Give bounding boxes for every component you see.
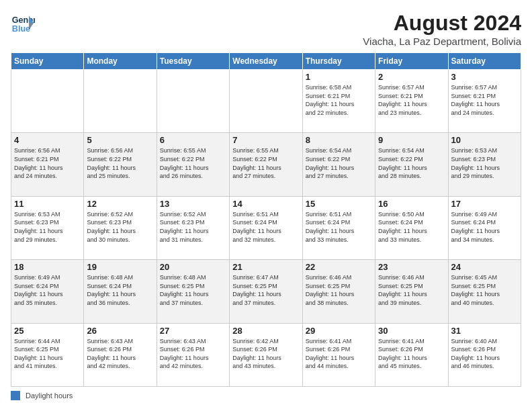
day-number: 21 bbox=[232, 262, 299, 272]
day-info: Sunrise: 6:42 AM Sunset: 6:26 PM Dayligh… bbox=[232, 337, 299, 371]
day-info: Sunrise: 6:41 AM Sunset: 6:26 PM Dayligh… bbox=[378, 337, 445, 371]
day-number: 2 bbox=[378, 72, 445, 82]
calendar-cell: 17Sunrise: 6:49 AM Sunset: 6:24 PM Dayli… bbox=[448, 196, 521, 259]
day-number: 22 bbox=[306, 262, 372, 272]
calendar-cell: 28Sunrise: 6:42 AM Sunset: 6:26 PM Dayli… bbox=[230, 323, 302, 386]
calendar-cell: 23Sunrise: 6:46 AM Sunset: 6:25 PM Dayli… bbox=[375, 260, 448, 323]
calendar-cell: 30Sunrise: 6:41 AM Sunset: 6:26 PM Dayli… bbox=[375, 323, 448, 386]
day-number: 5 bbox=[87, 135, 153, 145]
calendar-week-3: 11Sunrise: 6:53 AM Sunset: 6:23 PM Dayli… bbox=[11, 196, 521, 259]
day-number: 15 bbox=[306, 199, 372, 209]
weekday-header-row: SundayMondayTuesdayWednesdayThursdayFrid… bbox=[11, 53, 521, 70]
weekday-header-thursday: Thursday bbox=[302, 53, 375, 70]
weekday-header-saturday: Saturday bbox=[448, 53, 521, 70]
day-number: 25 bbox=[14, 326, 81, 336]
day-info: Sunrise: 6:50 AM Sunset: 6:24 PM Dayligh… bbox=[378, 210, 445, 244]
calendar-cell: 15Sunrise: 6:51 AM Sunset: 6:24 PM Dayli… bbox=[302, 196, 375, 259]
day-number: 3 bbox=[451, 72, 518, 82]
day-number: 31 bbox=[451, 326, 518, 336]
calendar-cell: 22Sunrise: 6:46 AM Sunset: 6:25 PM Dayli… bbox=[302, 260, 375, 323]
day-info: Sunrise: 6:44 AM Sunset: 6:25 PM Dayligh… bbox=[14, 337, 81, 371]
calendar-cell: 6Sunrise: 6:55 AM Sunset: 6:22 PM Daylig… bbox=[157, 133, 229, 196]
calendar-cell: 9Sunrise: 6:54 AM Sunset: 6:22 PM Daylig… bbox=[375, 133, 448, 196]
calendar-cell: 4Sunrise: 6:56 AM Sunset: 6:21 PM Daylig… bbox=[11, 133, 84, 196]
day-info: Sunrise: 6:55 AM Sunset: 6:22 PM Dayligh… bbox=[160, 146, 226, 180]
day-info: Sunrise: 6:54 AM Sunset: 6:22 PM Dayligh… bbox=[378, 146, 445, 180]
logo: General Blue bbox=[11, 11, 35, 35]
day-number: 8 bbox=[306, 135, 372, 145]
day-number: 26 bbox=[87, 326, 153, 336]
day-number: 17 bbox=[451, 199, 518, 209]
day-info: Sunrise: 6:58 AM Sunset: 6:21 PM Dayligh… bbox=[306, 83, 372, 117]
day-info: Sunrise: 6:53 AM Sunset: 6:23 PM Dayligh… bbox=[14, 210, 81, 244]
calendar-cell: 5Sunrise: 6:56 AM Sunset: 6:22 PM Daylig… bbox=[84, 133, 157, 196]
calendar-cell: 27Sunrise: 6:43 AM Sunset: 6:26 PM Dayli… bbox=[157, 323, 229, 386]
day-number: 4 bbox=[14, 135, 81, 145]
day-number: 9 bbox=[378, 135, 445, 145]
logo-icon: General Blue bbox=[11, 11, 35, 35]
day-number: 6 bbox=[160, 135, 226, 145]
calendar-cell: 29Sunrise: 6:41 AM Sunset: 6:26 PM Dayli… bbox=[302, 323, 375, 386]
day-info: Sunrise: 6:41 AM Sunset: 6:26 PM Dayligh… bbox=[306, 337, 372, 371]
day-info: Sunrise: 6:51 AM Sunset: 6:24 PM Dayligh… bbox=[306, 210, 372, 244]
calendar-cell bbox=[84, 70, 157, 133]
weekday-header-wednesday: Wednesday bbox=[230, 53, 302, 70]
day-number: 27 bbox=[160, 326, 226, 336]
calendar-cell bbox=[230, 70, 302, 133]
calendar-cell: 13Sunrise: 6:52 AM Sunset: 6:23 PM Dayli… bbox=[157, 196, 229, 259]
day-info: Sunrise: 6:51 AM Sunset: 6:24 PM Dayligh… bbox=[232, 210, 299, 244]
day-number: 30 bbox=[378, 326, 445, 336]
day-info: Sunrise: 6:57 AM Sunset: 6:21 PM Dayligh… bbox=[378, 83, 445, 117]
day-info: Sunrise: 6:45 AM Sunset: 6:25 PM Dayligh… bbox=[451, 273, 518, 307]
day-info: Sunrise: 6:43 AM Sunset: 6:26 PM Dayligh… bbox=[160, 337, 226, 371]
calendar-cell: 16Sunrise: 6:50 AM Sunset: 6:24 PM Dayli… bbox=[375, 196, 448, 259]
calendar-cell: 25Sunrise: 6:44 AM Sunset: 6:25 PM Dayli… bbox=[11, 323, 84, 386]
day-info: Sunrise: 6:56 AM Sunset: 6:22 PM Dayligh… bbox=[87, 146, 153, 180]
calendar-cell: 10Sunrise: 6:53 AM Sunset: 6:23 PM Dayli… bbox=[448, 133, 521, 196]
day-info: Sunrise: 6:48 AM Sunset: 6:25 PM Dayligh… bbox=[160, 273, 226, 307]
day-info: Sunrise: 6:54 AM Sunset: 6:22 PM Dayligh… bbox=[306, 146, 372, 180]
day-number: 12 bbox=[87, 199, 153, 209]
day-info: Sunrise: 6:52 AM Sunset: 6:23 PM Dayligh… bbox=[160, 210, 226, 244]
calendar-cell: 24Sunrise: 6:45 AM Sunset: 6:25 PM Dayli… bbox=[448, 260, 521, 323]
day-info: Sunrise: 6:47 AM Sunset: 6:25 PM Dayligh… bbox=[232, 273, 299, 307]
weekday-header-sunday: Sunday bbox=[11, 53, 84, 70]
weekday-header-monday: Monday bbox=[84, 53, 157, 70]
day-number: 28 bbox=[232, 326, 299, 336]
page: General Blue August 2024 Viacha, La Paz … bbox=[0, 0, 532, 411]
calendar-cell: 7Sunrise: 6:55 AM Sunset: 6:22 PM Daylig… bbox=[230, 133, 302, 196]
main-title: August 2024 bbox=[363, 11, 521, 36]
day-number: 20 bbox=[160, 262, 226, 272]
day-number: 11 bbox=[14, 199, 81, 209]
day-info: Sunrise: 6:52 AM Sunset: 6:23 PM Dayligh… bbox=[87, 210, 153, 244]
day-info: Sunrise: 6:53 AM Sunset: 6:23 PM Dayligh… bbox=[451, 146, 518, 180]
day-info: Sunrise: 6:49 AM Sunset: 6:24 PM Dayligh… bbox=[451, 210, 518, 244]
weekday-header-friday: Friday bbox=[375, 53, 448, 70]
calendar-week-1: 1Sunrise: 6:58 AM Sunset: 6:21 PM Daylig… bbox=[11, 70, 521, 133]
day-info: Sunrise: 6:55 AM Sunset: 6:22 PM Dayligh… bbox=[232, 146, 299, 180]
calendar-cell bbox=[157, 70, 229, 133]
day-info: Sunrise: 6:43 AM Sunset: 6:26 PM Dayligh… bbox=[87, 337, 153, 371]
legend-label: Daylight hours bbox=[26, 392, 73, 400]
day-info: Sunrise: 6:56 AM Sunset: 6:21 PM Dayligh… bbox=[14, 146, 81, 180]
calendar-cell: 8Sunrise: 6:54 AM Sunset: 6:22 PM Daylig… bbox=[302, 133, 375, 196]
day-number: 14 bbox=[232, 199, 299, 209]
calendar-cell: 21Sunrise: 6:47 AM Sunset: 6:25 PM Dayli… bbox=[230, 260, 302, 323]
calendar-cell: 2Sunrise: 6:57 AM Sunset: 6:21 PM Daylig… bbox=[375, 70, 448, 133]
day-number: 18 bbox=[14, 262, 81, 272]
calendar-week-5: 25Sunrise: 6:44 AM Sunset: 6:25 PM Dayli… bbox=[11, 323, 521, 386]
svg-text:Blue: Blue bbox=[12, 24, 30, 34]
calendar-week-2: 4Sunrise: 6:56 AM Sunset: 6:21 PM Daylig… bbox=[11, 133, 521, 196]
calendar-cell: 19Sunrise: 6:48 AM Sunset: 6:24 PM Dayli… bbox=[84, 260, 157, 323]
day-info: Sunrise: 6:57 AM Sunset: 6:21 PM Dayligh… bbox=[451, 83, 518, 117]
calendar-cell: 14Sunrise: 6:51 AM Sunset: 6:24 PM Dayli… bbox=[230, 196, 302, 259]
day-info: Sunrise: 6:48 AM Sunset: 6:24 PM Dayligh… bbox=[87, 273, 153, 307]
calendar-cell: 12Sunrise: 6:52 AM Sunset: 6:23 PM Dayli… bbox=[84, 196, 157, 259]
day-number: 16 bbox=[378, 199, 445, 209]
legend-color-box bbox=[11, 391, 20, 400]
day-info: Sunrise: 6:40 AM Sunset: 6:26 PM Dayligh… bbox=[451, 337, 518, 371]
calendar-week-4: 18Sunrise: 6:49 AM Sunset: 6:24 PM Dayli… bbox=[11, 260, 521, 323]
title-block: August 2024 Viacha, La Paz Department, B… bbox=[363, 11, 521, 47]
calendar-cell bbox=[11, 70, 84, 133]
calendar-cell: 1Sunrise: 6:58 AM Sunset: 6:21 PM Daylig… bbox=[302, 70, 375, 133]
